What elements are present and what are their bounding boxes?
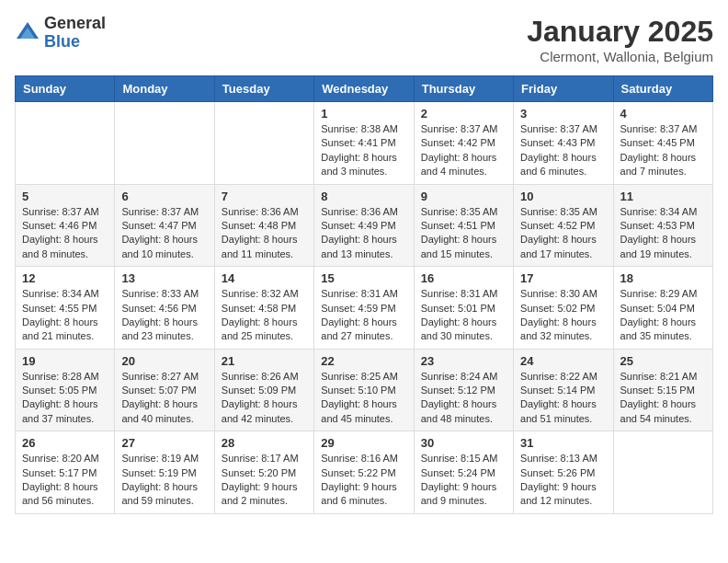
daylight-text: Daylight: 8 hours and 37 minutes. xyxy=(22,398,98,423)
calendar-cell: 20 Sunrise: 8:27 AM Sunset: 5:07 PM Dayl… xyxy=(115,349,214,431)
daylight-text: Daylight: 8 hours and 7 minutes. xyxy=(620,152,697,177)
sunrise-text: Sunrise: 8:27 AM xyxy=(121,371,199,382)
calendar-cell: 12 Sunrise: 8:34 AM Sunset: 4:55 PM Dayl… xyxy=(16,267,115,350)
location: Clermont, Wallonia, Belgium xyxy=(527,49,713,64)
cell-info: Sunrise: 8:33 AM Sunset: 4:56 PM Dayligh… xyxy=(121,287,207,344)
sunrise-text: Sunrise: 8:33 AM xyxy=(121,288,199,299)
daylight-text: Daylight: 8 hours and 45 minutes. xyxy=(321,398,397,423)
sunrise-text: Sunrise: 8:21 AM xyxy=(620,371,698,382)
day-number: 1 xyxy=(321,107,406,121)
calendar-cell: 10 Sunrise: 8:35 AM Sunset: 4:52 PM Dayl… xyxy=(514,184,613,267)
cell-info: Sunrise: 8:28 AM Sunset: 5:05 PM Dayligh… xyxy=(22,370,108,427)
calendar-cell: 22 Sunrise: 8:25 AM Sunset: 5:10 PM Dayl… xyxy=(314,349,414,431)
calendar-week-5: 26 Sunrise: 8:20 AM Sunset: 5:17 PM Dayl… xyxy=(16,431,713,514)
sunrise-text: Sunrise: 8:20 AM xyxy=(22,453,99,464)
sunset-text: Sunset: 4:43 PM xyxy=(520,137,595,148)
daylight-text: Daylight: 9 hours and 9 minutes. xyxy=(421,481,497,506)
cell-info: Sunrise: 8:16 AM Sunset: 5:22 PM Dayligh… xyxy=(321,452,406,509)
calendar-week-2: 5 Sunrise: 8:37 AM Sunset: 4:46 PM Dayli… xyxy=(16,184,713,267)
sunrise-text: Sunrise: 8:16 AM xyxy=(321,453,398,464)
sunset-text: Sunset: 4:48 PM xyxy=(222,220,296,231)
sunset-text: Sunset: 4:52 PM xyxy=(520,220,595,231)
day-number: 6 xyxy=(121,190,207,203)
day-number: 8 xyxy=(321,190,406,203)
calendar-cell: 9 Sunrise: 8:35 AM Sunset: 4:51 PM Dayli… xyxy=(414,184,513,267)
sunset-text: Sunset: 5:01 PM xyxy=(421,303,495,314)
cell-info: Sunrise: 8:27 AM Sunset: 5:07 PM Dayligh… xyxy=(121,370,207,427)
logo-general-text: General xyxy=(44,14,106,32)
cell-info: Sunrise: 8:15 AM Sunset: 5:24 PM Dayligh… xyxy=(421,452,506,509)
calendar-cell: 28 Sunrise: 8:17 AM Sunset: 5:20 PM Dayl… xyxy=(214,431,313,514)
calendar-cell: 31 Sunrise: 8:13 AM Sunset: 5:26 PM Dayl… xyxy=(514,431,613,514)
day-number: 17 xyxy=(520,271,606,285)
sunset-text: Sunset: 4:45 PM xyxy=(620,137,695,148)
day-number: 14 xyxy=(222,271,307,285)
day-number: 26 xyxy=(22,436,108,450)
daylight-text: Daylight: 8 hours and 4 minutes. xyxy=(421,152,497,177)
day-number: 29 xyxy=(321,436,406,450)
cell-info: Sunrise: 8:29 AM Sunset: 5:04 PM Dayligh… xyxy=(620,287,706,344)
calendar-table: Sunday Monday Tuesday Wednesday Thursday… xyxy=(15,75,713,514)
col-thursday: Thursday xyxy=(414,76,513,102)
calendar-cell: 6 Sunrise: 8:37 AM Sunset: 4:47 PM Dayli… xyxy=(115,184,214,267)
daylight-text: Daylight: 8 hours and 59 minutes. xyxy=(121,481,198,506)
cell-info: Sunrise: 8:17 AM Sunset: 5:20 PM Dayligh… xyxy=(222,452,307,509)
sunset-text: Sunset: 4:49 PM xyxy=(321,220,395,231)
cell-info: Sunrise: 8:35 AM Sunset: 4:52 PM Dayligh… xyxy=(520,205,606,262)
sunrise-text: Sunrise: 8:37 AM xyxy=(620,123,698,134)
cell-info: Sunrise: 8:37 AM Sunset: 4:42 PM Dayligh… xyxy=(421,122,506,179)
day-number: 12 xyxy=(22,271,108,285)
calendar-cell: 1 Sunrise: 8:38 AM Sunset: 4:41 PM Dayli… xyxy=(314,102,414,185)
sunset-text: Sunset: 4:51 PM xyxy=(421,220,495,231)
calendar-cell: 16 Sunrise: 8:31 AM Sunset: 5:01 PM Dayl… xyxy=(414,267,513,350)
day-number: 31 xyxy=(520,436,606,450)
sunrise-text: Sunrise: 8:17 AM xyxy=(222,453,299,464)
cell-info: Sunrise: 8:34 AM Sunset: 4:53 PM Dayligh… xyxy=(620,205,706,262)
day-number: 24 xyxy=(520,354,606,368)
calendar-cell: 4 Sunrise: 8:37 AM Sunset: 4:45 PM Dayli… xyxy=(613,102,712,185)
sunset-text: Sunset: 4:42 PM xyxy=(421,137,495,148)
daylight-text: Daylight: 8 hours and 42 minutes. xyxy=(222,398,298,423)
cell-info: Sunrise: 8:36 AM Sunset: 4:48 PM Dayligh… xyxy=(222,205,307,262)
cell-info: Sunrise: 8:21 AM Sunset: 5:15 PM Dayligh… xyxy=(620,370,706,427)
sunrise-text: Sunrise: 8:30 AM xyxy=(520,288,597,299)
calendar-cell: 18 Sunrise: 8:29 AM Sunset: 5:04 PM Dayl… xyxy=(613,267,712,350)
cell-info: Sunrise: 8:30 AM Sunset: 5:02 PM Dayligh… xyxy=(520,287,606,344)
page-header: General Blue January 2025 Clermont, Wall… xyxy=(15,15,713,64)
calendar-cell xyxy=(115,102,214,185)
sunset-text: Sunset: 5:05 PM xyxy=(22,385,97,396)
sunset-text: Sunset: 4:55 PM xyxy=(22,303,97,314)
daylight-text: Daylight: 8 hours and 10 minutes. xyxy=(121,234,198,259)
cell-info: Sunrise: 8:38 AM Sunset: 4:41 PM Dayligh… xyxy=(321,122,406,179)
cell-info: Sunrise: 8:35 AM Sunset: 4:51 PM Dayligh… xyxy=(421,205,506,262)
daylight-text: Daylight: 8 hours and 40 minutes. xyxy=(121,398,198,423)
sunset-text: Sunset: 5:07 PM xyxy=(121,385,196,396)
sunset-text: Sunset: 4:47 PM xyxy=(121,220,196,231)
day-number: 22 xyxy=(321,354,406,368)
col-monday: Monday xyxy=(115,76,214,102)
sunset-text: Sunset: 5:12 PM xyxy=(421,385,495,396)
sunset-text: Sunset: 5:14 PM xyxy=(520,385,595,396)
sunrise-text: Sunrise: 8:24 AM xyxy=(421,371,498,382)
cell-info: Sunrise: 8:36 AM Sunset: 4:49 PM Dayligh… xyxy=(321,205,406,262)
calendar-cell: 26 Sunrise: 8:20 AM Sunset: 5:17 PM Dayl… xyxy=(16,431,115,514)
sunrise-text: Sunrise: 8:25 AM xyxy=(321,371,398,382)
daylight-text: Daylight: 9 hours and 2 minutes. xyxy=(222,481,298,506)
calendar-cell: 21 Sunrise: 8:26 AM Sunset: 5:09 PM Dayl… xyxy=(214,349,313,431)
calendar-cell: 3 Sunrise: 8:37 AM Sunset: 4:43 PM Dayli… xyxy=(514,102,613,185)
calendar-cell: 7 Sunrise: 8:36 AM Sunset: 4:48 PM Dayli… xyxy=(214,184,313,267)
sunrise-text: Sunrise: 8:31 AM xyxy=(421,288,498,299)
daylight-text: Daylight: 9 hours and 6 minutes. xyxy=(321,481,397,506)
sunrise-text: Sunrise: 8:34 AM xyxy=(620,206,698,217)
day-number: 3 xyxy=(520,107,606,121)
cell-info: Sunrise: 8:13 AM Sunset: 5:26 PM Dayligh… xyxy=(520,452,606,509)
col-saturday: Saturday xyxy=(613,76,712,102)
day-number: 23 xyxy=(421,354,506,368)
daylight-text: Daylight: 8 hours and 6 minutes. xyxy=(520,152,597,177)
daylight-text: Daylight: 8 hours and 48 minutes. xyxy=(421,398,497,423)
daylight-text: Daylight: 8 hours and 11 minutes. xyxy=(222,234,298,259)
sunset-text: Sunset: 5:17 PM xyxy=(22,467,97,478)
calendar-header-row: Sunday Monday Tuesday Wednesday Thursday… xyxy=(16,76,713,102)
cell-info: Sunrise: 8:31 AM Sunset: 4:59 PM Dayligh… xyxy=(321,287,406,344)
calendar-cell: 11 Sunrise: 8:34 AM Sunset: 4:53 PM Dayl… xyxy=(613,184,712,267)
